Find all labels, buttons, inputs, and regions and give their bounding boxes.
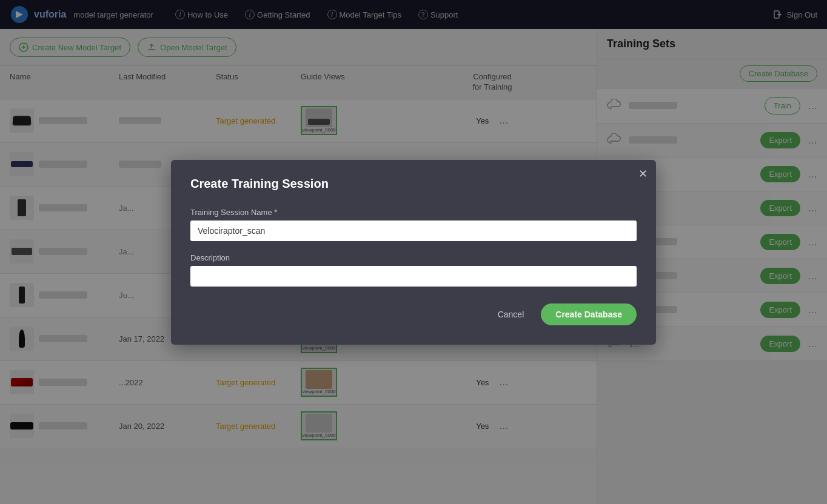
description-field: Description	[190, 253, 637, 287]
description-input[interactable]	[190, 266, 637, 287]
modal-overlay: ✕ Create Training Session Training Sessi…	[0, 0, 827, 504]
cancel-button[interactable]: Cancel	[488, 303, 534, 325]
modal-title: Create Training Session	[190, 177, 637, 191]
create-training-session-modal: ✕ Create Training Session Training Sessi…	[171, 160, 656, 345]
modal-actions: Cancel Create Database	[190, 303, 637, 325]
create-database-modal-button[interactable]: Create Database	[541, 303, 637, 325]
session-name-input[interactable]	[190, 220, 637, 241]
session-name-field: Training Session Name *	[190, 208, 637, 241]
modal-close-button[interactable]: ✕	[638, 168, 648, 179]
session-name-label: Training Session Name *	[190, 208, 637, 217]
description-label: Description	[190, 253, 637, 262]
